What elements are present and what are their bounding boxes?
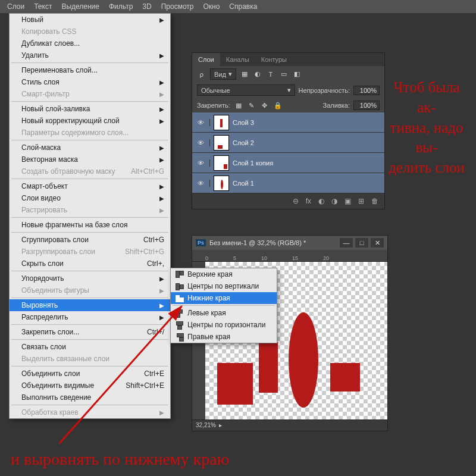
layer-name: Слой 1 — [233, 180, 254, 187]
visibility-eye-icon[interactable]: 👁 — [192, 119, 210, 126]
annotation-bottom: и выровнять по нижнему краю — [11, 450, 230, 469]
filter-type-select[interactable]: Вид▾ — [210, 68, 236, 80]
filter-pixel-icon[interactable]: ▦ — [240, 70, 249, 79]
menu-item[interactable]: Сгруппировать слоиCtrl+G — [10, 234, 170, 246]
lock-all-icon[interactable]: 🔒 — [273, 101, 283, 109]
search-icon: ρ — [197, 70, 206, 79]
menu-item: Выделить связанные слои — [10, 353, 170, 365]
menu-item[interactable]: Выполнить сведение — [10, 392, 170, 403]
menu-help[interactable]: Справка — [229, 2, 257, 11]
layer-thumbnail — [214, 115, 229, 130]
menu-item: Разгруппировать слоиShift+Ctrl+G — [10, 246, 170, 258]
blend-mode-select[interactable]: Обычные▾ — [197, 84, 295, 96]
menu-item[interactable]: Объединить слоиCtrl+E — [10, 368, 170, 380]
menu-item[interactable]: Закрепить слои...Ctrl+/ — [10, 326, 170, 338]
menu-item[interactable]: Дубликат слоев... — [10, 37, 170, 49]
lock-pixels-icon[interactable]: ✎ — [247, 101, 256, 109]
layer-row[interactable]: 👁Слой 1 копия — [192, 153, 384, 173]
menu-item: Растрировать▶ — [10, 204, 170, 216]
menu-item[interactable]: Смарт-объект▶ — [10, 180, 170, 192]
align-top-icon — [176, 271, 184, 278]
menu-layers[interactable]: Слои — [7, 2, 24, 11]
menu-item[interactable]: Упорядочить▶ — [10, 273, 170, 284]
menu-item[interactable]: Слой-маска▶ — [10, 142, 170, 154]
document-status: 32,21% ▸ — [192, 419, 387, 430]
filter-shape-icon[interactable]: ▭ — [279, 70, 289, 79]
fx-icon[interactable]: fx — [306, 197, 311, 205]
group-icon[interactable]: ▣ — [345, 197, 351, 205]
trash-icon[interactable]: 🗑 — [371, 197, 378, 205]
menu-text[interactable]: Текст — [34, 2, 52, 11]
fill-input[interactable]: 100% — [353, 101, 380, 110]
opacity-label: Непрозрачность: — [299, 87, 350, 94]
align-vcenter[interactable]: Центры по вертикали — [171, 280, 277, 292]
ps-icon: Ps — [196, 239, 206, 246]
menu-item[interactable]: Объединить видимыеShift+Ctrl+E — [10, 380, 170, 392]
align-submenu[interactable]: Верхние краяЦентры по вертикалиНижние кр… — [170, 268, 277, 343]
menu-item[interactable]: Распределить▶ — [10, 311, 170, 323]
align-right[interactable]: Правые края — [171, 331, 277, 343]
menu-filter[interactable]: Фильтр — [109, 2, 133, 11]
lock-move-icon[interactable]: ✥ — [260, 101, 270, 109]
menu-item[interactable]: Удалить▶ — [10, 49, 170, 61]
minimize-button[interactable]: — — [340, 238, 353, 248]
menu-view[interactable]: Просмотр — [161, 2, 194, 11]
menu-item: Копировать CSS — [10, 26, 170, 37]
align-hcenter-icon — [176, 321, 184, 329]
menu-item[interactable]: Слои видео▶ — [10, 192, 170, 204]
menu-item[interactable]: Векторная маска▶ — [10, 154, 170, 165]
filter-type-icon[interactable]: T — [266, 70, 275, 79]
align-bottom[interactable]: Нижние края — [171, 292, 277, 304]
layer-thumbnail — [214, 176, 229, 191]
opacity-input[interactable]: 100% — [353, 86, 380, 95]
visibility-eye-icon[interactable]: 👁 — [192, 180, 210, 187]
top-menu-bar: Слои Текст Выделение Фильтр 3D Просмотр … — [0, 0, 476, 13]
menu-item[interactable]: Переименовать слой... — [10, 64, 170, 76]
visibility-eye-icon[interactable]: 👁 — [192, 139, 210, 146]
align-top[interactable]: Верхние края — [171, 268, 277, 280]
align-left-icon — [176, 309, 184, 317]
adjustment-icon[interactable]: ◑ — [331, 197, 337, 205]
layer-row[interactable]: 👁Слой 1 — [192, 173, 384, 193]
link-layers-icon[interactable]: ⊖ — [293, 197, 299, 205]
menu-item[interactable]: Выровнять▶ — [10, 299, 170, 311]
menu-3d[interactable]: 3D — [142, 2, 151, 11]
menu-item: Смарт-фильтр▶ — [10, 88, 170, 100]
menu-item[interactable]: Новые фрагменты на базе слоя — [10, 219, 170, 231]
maximize-button[interactable]: □ — [355, 238, 368, 248]
shape-rect-1 — [217, 363, 253, 405]
layer-thumbnail — [214, 155, 229, 171]
tab-layers[interactable]: Слои — [192, 53, 220, 66]
layer-row[interactable]: 👁Слой 2 — [192, 133, 384, 153]
align-left[interactable]: Левые края — [171, 307, 277, 319]
tab-channels[interactable]: Каналы — [220, 53, 255, 66]
menu-window[interactable]: Окно — [203, 2, 220, 11]
menu-item: Обработка краев▶ — [10, 406, 170, 418]
tab-paths[interactable]: Контуры — [255, 53, 293, 66]
layers-panel-footer: ⊖ fx ◐ ◑ ▣ ⊞ 🗑 — [192, 193, 384, 209]
menu-item[interactable]: Стиль слоя▶ — [10, 76, 170, 88]
menu-item[interactable]: Новый корректирующий слой▶ — [10, 115, 170, 127]
new-layer-icon[interactable]: ⊞ — [358, 197, 364, 205]
layers-panel: Слои Каналы Контуры ρ Вид▾ ▦ ◐ T ▭ ◧ Обы… — [192, 52, 385, 209]
menu-item: Объединить фигуры▶ — [10, 284, 170, 296]
menu-item[interactable]: Новый слой-заливка▶ — [10, 103, 170, 115]
align-hcenter[interactable]: Центры по горизонтали — [171, 319, 277, 331]
close-button[interactable]: ✕ — [371, 238, 384, 248]
mask-icon[interactable]: ◐ — [318, 197, 324, 205]
menu-item[interactable]: Новый▶ — [10, 14, 170, 26]
layer-thumbnail — [214, 135, 229, 151]
align-vcenter-icon — [176, 283, 184, 290]
layer-row[interactable]: 👁Слой 3 — [192, 112, 384, 133]
filter-adjust-icon[interactable]: ◐ — [253, 70, 262, 79]
visibility-eye-icon[interactable]: 👁 — [192, 159, 210, 167]
shape-ellipse — [289, 312, 318, 408]
menu-selection[interactable]: Выделение — [61, 2, 99, 11]
align-bottom-icon — [176, 295, 184, 302]
menu-item[interactable]: Связать слои — [10, 341, 170, 353]
lock-transparency-icon[interactable]: ▦ — [234, 101, 243, 109]
menu-item[interactable]: Скрыть слоиCtrl+, — [10, 258, 170, 270]
layers-dropdown-menu[interactable]: Новый▶Копировать CSSДубликат слоев...Уда… — [9, 13, 171, 419]
filter-smart-icon[interactable]: ◧ — [292, 70, 302, 79]
layer-name: Слой 2 — [233, 139, 254, 146]
